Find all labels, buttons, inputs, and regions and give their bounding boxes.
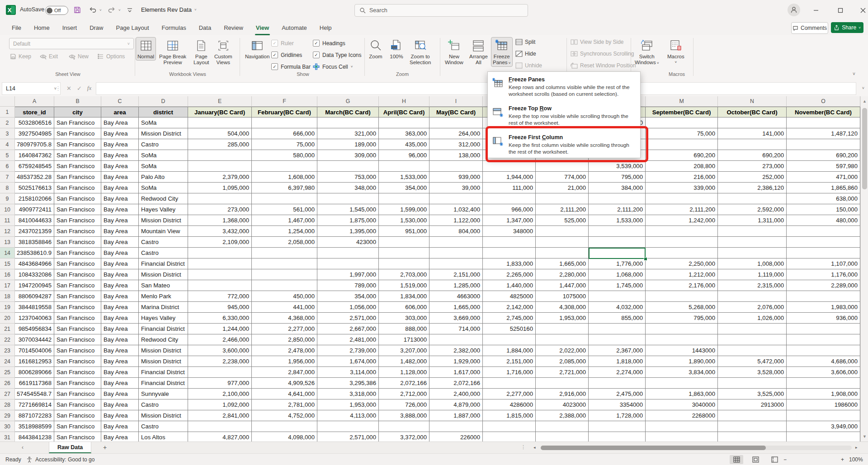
cell-N9[interactable]	[718, 193, 787, 204]
cell-B30[interactable]: San Francisco	[54, 421, 101, 432]
cell-B31[interactable]: San Francisco	[54, 432, 101, 442]
cell-A27[interactable]: 574545548.7	[15, 389, 54, 399]
header-cell-N1[interactable]: October(BC Card)	[718, 107, 787, 117]
cell-K11[interactable]: 525,000	[536, 215, 589, 226]
cell-I10[interactable]: 1,032,400	[429, 204, 483, 215]
column-header-N[interactable]: N	[718, 96, 787, 107]
cell-L24[interactable]: 1,818,000	[589, 356, 646, 367]
row-header-29[interactable]: 29	[0, 410, 15, 421]
cell-N8[interactable]: 2,386,120	[718, 183, 787, 193]
cell-H29[interactable]: 3,888,000	[379, 410, 429, 421]
cell-L9[interactable]	[589, 193, 646, 204]
cell-M21[interactable]	[646, 324, 718, 334]
cell-N11[interactable]: 1,311,000	[718, 215, 787, 226]
cell-E10[interactable]: 273,000	[188, 204, 252, 215]
cell-B10[interactable]: San Francisco	[54, 204, 101, 215]
cell-I4[interactable]: 312,000	[429, 139, 483, 150]
cell-B15[interactable]: San Francisco	[54, 258, 101, 269]
cell-O24[interactable]: 4,686,000	[787, 356, 860, 367]
cell-D12[interactable]: Mountain View	[139, 226, 188, 237]
cell-M27[interactable]: 1,863,000	[646, 389, 718, 399]
cell-E17[interactable]	[188, 280, 252, 291]
cell-C27[interactable]: Bay Area	[101, 389, 139, 399]
cell-A14[interactable]: 238538610.9	[15, 248, 54, 258]
cell-L15[interactable]: 1,776,000	[589, 258, 646, 269]
column-header-D[interactable]: D	[139, 96, 188, 107]
ribbon-tab-view[interactable]: View	[250, 20, 275, 35]
cell-I16[interactable]: 2,151,000	[429, 269, 483, 280]
cell-E18[interactable]: 772,000	[188, 291, 252, 302]
cell-M29[interactable]: 2268000	[646, 410, 718, 421]
cell-M15[interactable]: 2,250,000	[646, 258, 718, 269]
cell-F19[interactable]: 441,000	[252, 302, 317, 313]
cell-E29[interactable]: 2,841,000	[188, 410, 252, 421]
cell-L20[interactable]: 855,000	[589, 313, 646, 324]
cell-H10[interactable]: 1,599,000	[379, 204, 429, 215]
cell-D15[interactable]: Financial District	[139, 258, 188, 269]
cell-C18[interactable]: Bay Area	[101, 291, 139, 302]
cell-I12[interactable]: 804,000	[429, 226, 483, 237]
cell-M19[interactable]: 5,268,000	[646, 302, 718, 313]
row-header-28[interactable]: 28	[0, 399, 15, 410]
cell-I22[interactable]	[429, 334, 483, 345]
cell-A15[interactable]: 4843684966	[15, 258, 54, 269]
row-header-1[interactable]: 1	[0, 107, 15, 117]
unhide-button[interactable]: Unhide	[515, 62, 542, 69]
cell-C6[interactable]: Bay Area	[101, 161, 139, 172]
cell-N3[interactable]: 141,000	[718, 128, 787, 139]
sheet-view-options-button[interactable]: Options	[98, 53, 125, 60]
cell-D8[interactable]: SoMa	[139, 183, 188, 193]
formula-bar-checkbox[interactable]: ✓ Formula Bar	[271, 63, 311, 70]
header-cell-I1[interactable]: May(BC Card)	[429, 107, 483, 117]
column-header-M[interactable]: M	[646, 96, 718, 107]
cell-E16[interactable]	[188, 269, 252, 280]
cell-D10[interactable]: Hayes Valley	[139, 204, 188, 215]
cell-A3[interactable]: 3927504985	[15, 128, 54, 139]
cell-E11[interactable]: 1,368,000	[188, 215, 252, 226]
cell-N10[interactable]: 2,592,000	[718, 204, 787, 215]
cell-I11[interactable]: 1,122,000	[429, 215, 483, 226]
navigation-button[interactable]: Navigation	[243, 37, 271, 61]
header-cell-G1[interactable]: March(BC Card)	[317, 107, 379, 117]
cell-L16[interactable]: 1,068,000	[589, 269, 646, 280]
cell-D18[interactable]: Menlo Park	[139, 291, 188, 302]
cell-N21[interactable]	[718, 324, 787, 334]
quick-access-overflow-icon[interactable]	[127, 7, 133, 13]
cell-O4[interactable]	[787, 139, 860, 150]
cell-K26[interactable]	[536, 378, 589, 389]
header-cell-B1[interactable]: city	[54, 107, 101, 117]
cell-G24[interactable]: 1,674,000	[317, 356, 379, 367]
cell-D16[interactable]: Mission District	[139, 269, 188, 280]
page-layout-view-button[interactable]: Page Layout	[192, 37, 211, 66]
cell-F6[interactable]	[252, 161, 317, 172]
select-all-corner[interactable]	[0, 96, 15, 107]
cell-I29[interactable]: 1,887,000	[429, 410, 483, 421]
cell-B26[interactable]: San Francisco	[54, 378, 101, 389]
new-window-button[interactable]: New Window	[443, 37, 465, 66]
cell-H12[interactable]: 951,000	[379, 226, 429, 237]
minimize-button[interactable]	[806, 0, 826, 20]
cell-H17[interactable]: 1,519,000	[379, 280, 429, 291]
cell-I21[interactable]: 714,000	[429, 324, 483, 334]
cell-G9[interactable]	[317, 193, 379, 204]
cell-O15[interactable]: 1,107,000	[787, 258, 860, 269]
cell-F8[interactable]: 6,397,980	[252, 183, 317, 193]
cell-C19[interactable]: Bay Area	[101, 302, 139, 313]
cell-H11[interactable]: 1,530,000	[379, 215, 429, 226]
cell-G14[interactable]	[317, 248, 379, 258]
column-header-I[interactable]: I	[429, 96, 483, 107]
cell-D27[interactable]: Sunnyvale	[139, 389, 188, 399]
zoom-button[interactable]: Zoom	[367, 37, 384, 61]
cell-B11[interactable]: San Francisco	[54, 215, 101, 226]
column-header-F[interactable]: F	[252, 96, 317, 107]
row-header-15[interactable]: 15	[0, 258, 15, 269]
cell-B22[interactable]: San Francisco	[54, 334, 101, 345]
cell-O7[interactable]: 471,000	[787, 172, 860, 183]
cell-J11[interactable]: 1,347,000	[483, 215, 536, 226]
cell-O31[interactable]	[787, 432, 860, 442]
cell-J29[interactable]: 1,815,000	[483, 410, 536, 421]
cell-B20[interactable]: San Francisco	[54, 313, 101, 324]
cell-C28[interactable]: Bay Area	[101, 399, 139, 410]
cell-E5[interactable]	[188, 150, 252, 161]
normal-view-statusbar-button[interactable]	[730, 455, 743, 464]
